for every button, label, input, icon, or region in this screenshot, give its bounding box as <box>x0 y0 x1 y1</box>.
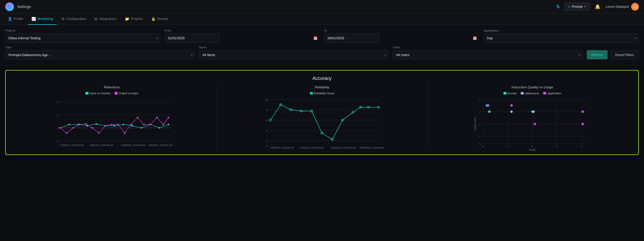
user-info: Levon Dadayan LD <box>606 3 639 11</box>
notification-bell-button[interactable]: 🔔 <box>594 3 601 11</box>
svg-text:1/9/2025, 12:00:00 AM: 1/9/2025, 12:00:00 AM <box>300 146 323 149</box>
svg-point-32 <box>111 124 112 125</box>
svg-point-35 <box>130 124 132 125</box>
relevance-chart-panel: Relevance Input vs Context Output vs Inp… <box>12 85 211 149</box>
aggregation-filter-group: Aggregation Day ▾ <box>484 29 639 43</box>
users-label: Users <box>393 46 583 49</box>
svg-point-24 <box>59 127 61 129</box>
main-content: Accuracy Relevance Input vs Context Outp… <box>0 66 644 241</box>
chart-divider-1 <box>217 85 217 149</box>
header: Settings ⇅ + Prompt ▾ 🔔 Levon Dadayan LD <box>0 0 644 13</box>
to-date-input[interactable] <box>324 33 379 43</box>
type-filter-group: Type Prompts,Datasources,Age... ▾ <box>5 46 195 59</box>
projects-select-wrapper: Elitea Internal Testing ▾ <box>5 33 160 43</box>
svg-point-39 <box>156 117 158 118</box>
legend-application: application <box>543 92 561 95</box>
aggregation-select-wrapper: Day ▾ <box>484 33 639 43</box>
monitor-icon: ⇅ <box>556 4 560 10</box>
svg-point-27 <box>79 124 80 125</box>
projects-filter-group: Projects Elitea Internal Testing ▾ <box>5 29 160 43</box>
svg-point-41 <box>168 117 169 118</box>
svg-text:0: 0 <box>57 140 58 142</box>
projects-select[interactable]: Elitea Internal Testing <box>5 33 160 43</box>
legend-prompt-label: prompt <box>508 92 517 95</box>
svg-text:1/20/2025, 12:00:00 AM: 1/20/2025, 12:00:00 AM <box>331 146 356 149</box>
tab-secrets[interactable]: 🔒 Secrets <box>148 13 172 25</box>
name-label: Name <box>199 46 389 49</box>
legend-application-color <box>543 92 546 95</box>
chart-divider-2 <box>427 85 427 149</box>
svg-point-36 <box>137 117 138 118</box>
monitoring-icon: 📈 <box>31 17 36 21</box>
prompt-button-label: Prompt <box>572 5 583 9</box>
relevance-title: Relevance <box>12 85 211 89</box>
svg-text:4: 4 <box>57 114 58 116</box>
filters-row-1: Projects Elitea Internal Testing ▾ From … <box>5 29 639 43</box>
svg-point-29 <box>92 127 93 129</box>
from-calendar-icon: 📅 <box>313 36 317 40</box>
svg-point-98 <box>510 110 513 113</box>
reliability-legend: Reliability Score <box>222 92 422 95</box>
svg-text:1/3/2025, 12:00:00 AM: 1/3/2025, 12:00:00 AM <box>270 146 294 149</box>
tab-configuration[interactable]: ⚙ Configuration <box>58 13 90 25</box>
reliability-title: Reliability <box>222 85 422 89</box>
svg-point-20 <box>141 127 142 129</box>
svg-text:0: 0 <box>479 143 480 145</box>
tab-projects-label: Projects <box>131 17 143 21</box>
chevron-down-icon: ▾ <box>584 5 586 8</box>
projects-icon: 📁 <box>125 17 129 21</box>
svg-text:4: 4 <box>479 98 480 101</box>
header-right: ⇅ + Prompt ▾ 🔔 Levon Dadayan LD <box>556 3 639 11</box>
secrets-icon: 🔒 <box>151 17 156 21</box>
instruction-legend: prompt datasource application <box>433 92 632 95</box>
svg-text:2: 2 <box>532 145 533 148</box>
svg-text:1/25/2025, 12:00:00 AM: 1/25/2025, 12:00:00 AM <box>148 144 173 146</box>
legend-reliability-score: Reliability Score <box>310 92 335 95</box>
tab-profile[interactable]: 👤 Profile <box>4 13 27 25</box>
users-select-wrapper: All Users ▾ <box>393 50 583 59</box>
svg-point-101 <box>510 104 513 107</box>
filter-actions: Refresh Reset Filters <box>587 50 639 59</box>
name-filter-group: Name All Items ▾ <box>199 46 389 59</box>
svg-point-31 <box>104 125 106 127</box>
name-select[interactable]: All Items <box>199 50 389 59</box>
refresh-button[interactable]: Refresh <box>587 50 608 59</box>
aggregation-select[interactable]: Day <box>484 33 639 43</box>
svg-point-104 <box>581 123 584 125</box>
svg-text:0: 0 <box>266 145 267 147</box>
svg-point-103 <box>581 110 584 113</box>
profile-icon: 👤 <box>8 17 12 21</box>
type-select[interactable]: Prompts,Datasources,Age... <box>5 50 195 59</box>
svg-point-25 <box>66 132 67 134</box>
legend-input-label: Input vs Context <box>90 92 110 95</box>
accuracy-container: Accuracy Relevance Input vs Context Outp… <box>5 70 639 155</box>
svg-text:8: 8 <box>266 109 267 111</box>
tab-integrations[interactable]: ⊞ Integrations <box>91 13 120 25</box>
svg-text:1/20/2025, 12:00:00 AM: 1/20/2025, 12:00:00 AM <box>121 144 145 146</box>
svg-text:1: 1 <box>479 135 480 138</box>
reset-filters-button[interactable]: Reset Filters <box>610 50 639 59</box>
svg-point-30 <box>98 132 100 134</box>
projects-label: Projects <box>5 29 160 32</box>
charts-row: Relevance Input vs Context Output vs Inp… <box>12 85 632 149</box>
svg-text:6: 6 <box>266 119 267 122</box>
from-date-input[interactable] <box>165 33 220 43</box>
svg-text:0: 0 <box>482 145 484 148</box>
svg-text:2: 2 <box>57 127 58 129</box>
reliability-svg-wrapper: 10 8 6 4 2 0 <box>222 97 422 149</box>
prompt-button[interactable]: + Prompt ▾ <box>564 3 590 11</box>
tab-projects[interactable]: 📁 Projects <box>121 13 146 25</box>
legend-prompt-color <box>503 92 507 95</box>
instruction-svg-wrapper: 4 3 2 1 0 Quality score <box>433 97 632 149</box>
tab-monitoring[interactable]: 📈 Monitoring <box>28 13 57 25</box>
type-label: Type <box>5 46 195 49</box>
svg-text:1: 1 <box>507 145 508 148</box>
legend-input-color <box>85 92 88 95</box>
svg-point-18 <box>123 124 124 125</box>
app-logo <box>5 2 14 11</box>
users-select[interactable]: All Users <box>393 50 583 59</box>
svg-point-38 <box>150 124 151 125</box>
legend-application-label: application <box>548 92 561 95</box>
user-avatar: LD <box>631 3 639 11</box>
svg-point-17 <box>113 125 115 127</box>
